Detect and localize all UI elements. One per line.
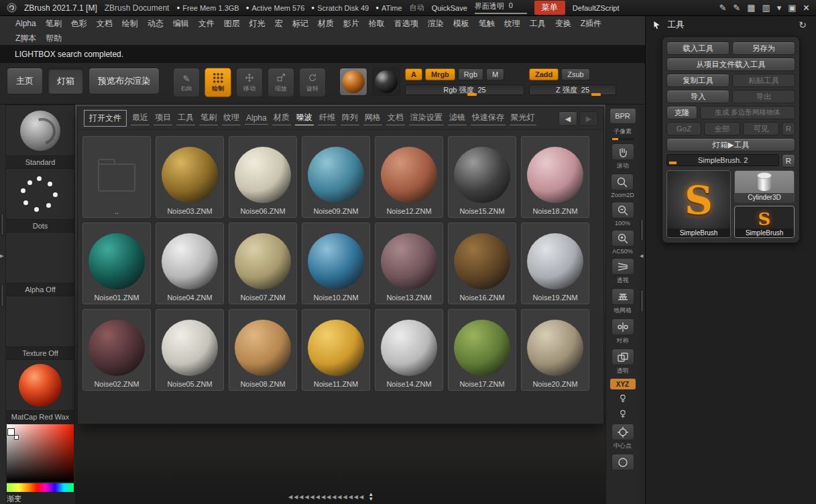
- noise-preset-tile[interactable]: Noise10.ZNM: [302, 223, 370, 304]
- lightbox-tab[interactable]: Alpha: [245, 113, 268, 125]
- goz-r-button[interactable]: R: [782, 122, 795, 135]
- paste-tool-button[interactable]: 粘贴工具: [732, 74, 795, 87]
- zoom2d-button[interactable]: Zoom2D: [611, 174, 634, 198]
- rotate-button[interactable]: 旋转: [299, 68, 326, 97]
- hue-strip[interactable]: [7, 483, 74, 492]
- scroll-chevrons-icon[interactable]: ◀◀◀◀◀◀◀◀◀◀◀◀◀◀: [288, 494, 365, 500]
- noise-preset-tile[interactable]: Noise02.ZNM: [82, 309, 151, 391]
- noise-preset-tile[interactable]: Noise15.ZNM: [448, 136, 516, 218]
- lightbox-tab[interactable]: 打开文件: [84, 110, 127, 127]
- windows-icon[interactable]: ▣: [788, 3, 796, 13]
- menu-item[interactable]: 材质: [313, 18, 339, 29]
- noise-preset-tile[interactable]: Noise17.ZNM: [448, 309, 516, 391]
- menu-item[interactable]: 编辑: [168, 18, 194, 29]
- menu-item[interactable]: 渲染: [423, 18, 449, 29]
- goz-all-button[interactable]: 全部: [704, 122, 740, 135]
- menu-item[interactable]: Alpha: [11, 19, 41, 28]
- noise-preset-tile[interactable]: Noise11.ZNM: [302, 309, 370, 391]
- noise-preset-tile[interactable]: Noise20.ZNM: [521, 309, 589, 391]
- rgb-button[interactable]: Rgb: [458, 68, 483, 80]
- lightbox-tab[interactable]: 网格: [363, 111, 382, 125]
- rgb-intensity-marker[interactable]: [467, 93, 477, 96]
- menu-item[interactable]: 文件: [194, 18, 219, 29]
- symmetry-button[interactable]: 对称: [611, 318, 634, 345]
- lightbox-tab[interactable]: 滤镜: [448, 111, 467, 125]
- import-button[interactable]: 导入: [666, 90, 730, 103]
- actual-size-button[interactable]: 100%: [611, 202, 634, 227]
- lightbox-tab[interactable]: 快速保存: [471, 111, 506, 125]
- material-thumbnail[interactable]: [5, 359, 75, 411]
- pen-pressure-icon[interactable]: ✎: [733, 3, 740, 13]
- canvas-scroll-control[interactable]: ◀◀◀◀◀◀◀◀◀◀◀◀◀◀ ▲▼: [288, 492, 373, 501]
- menu-item[interactable]: 图层: [219, 18, 245, 29]
- z-intensity-marker[interactable]: [591, 93, 601, 96]
- menu-item[interactable]: 变换: [550, 18, 576, 29]
- stroke-thumbnail[interactable]: [5, 168, 75, 220]
- menu-toggle-button[interactable]: 菜单: [534, 1, 565, 15]
- noise-preset-tile[interactable]: Noise13.ZNM: [375, 223, 443, 304]
- collapse-icon[interactable]: ▾: [777, 3, 782, 13]
- home-button[interactable]: 主页: [7, 68, 43, 94]
- menu-item[interactable]: 宏: [270, 18, 288, 29]
- edit-button[interactable]: ✎ Edit: [173, 68, 200, 97]
- menu-item[interactable]: Z插件: [576, 18, 606, 29]
- clone-button[interactable]: 克隆: [666, 106, 697, 119]
- menu-item[interactable]: 动态: [143, 18, 168, 29]
- menu-item[interactable]: 绘制: [117, 18, 143, 29]
- subpixel-slider[interactable]: 子像素: [611, 127, 634, 140]
- subpixel-track[interactable]: [611, 138, 634, 140]
- floor-grid-button[interactable]: 地网格: [611, 288, 634, 315]
- lightbox-prev-button[interactable]: ◀: [559, 111, 577, 126]
- lightbox-tab[interactable]: 纹理: [222, 111, 241, 125]
- right-panel-divider[interactable]: ◀: [639, 105, 645, 504]
- resize-down-icon[interactable]: ▼: [368, 497, 373, 501]
- ui-opacity-slider[interactable]: 界面透明0: [475, 1, 527, 14]
- current-material-swatch[interactable]: [372, 68, 400, 96]
- cylinder3d-tool-thumbnail[interactable]: Cylinder3D: [734, 170, 795, 202]
- divider-handle[interactable]: [640, 290, 644, 312]
- menu-item[interactable]: 首选项: [390, 18, 423, 29]
- lightbox-tab[interactable]: 阵列: [341, 111, 359, 125]
- m-button[interactable]: M: [486, 68, 504, 80]
- load-tool-from-project-button[interactable]: 从项目文件载入工具: [666, 58, 795, 71]
- lightbox-next-button[interactable]: ▶: [579, 111, 598, 126]
- noise-preset-tile[interactable]: Noise08.ZNM: [229, 309, 297, 391]
- divider-arrow-icon[interactable]: ◀: [640, 253, 643, 259]
- lightbox-resize-handle[interactable]: ▲▼: [368, 492, 373, 501]
- ghost-button[interactable]: [618, 393, 628, 405]
- divider-handle[interactable]: [640, 218, 644, 241]
- lightbox-tab[interactable]: 渲染设置: [409, 111, 444, 125]
- frame-center-button[interactable]: 中心点: [611, 424, 634, 450]
- menu-item[interactable]: 笔触: [474, 18, 500, 29]
- left-panel-divider[interactable]: ▶: [0, 105, 5, 504]
- lightbox-to-tool-button[interactable]: 灯箱▶工具: [666, 138, 795, 151]
- secondary-color-swatch[interactable]: [14, 435, 19, 440]
- lightbox-tab[interactable]: 项目: [154, 111, 172, 125]
- goz-visible-button[interactable]: 可见: [743, 122, 779, 135]
- noise-preset-tile[interactable]: Noise16.ZNM: [448, 223, 516, 304]
- mrgb-button[interactable]: Mrgb: [425, 68, 455, 80]
- z-intensity-slider[interactable]: Z 强度 25: [529, 84, 616, 95]
- keyboard-icon[interactable]: ▦: [747, 3, 755, 13]
- menu-item[interactable]: 工具: [525, 18, 550, 29]
- goz-button[interactable]: GoZ: [666, 122, 701, 135]
- rgb-intensity-slider[interactable]: Rgb 强度 25: [405, 84, 524, 95]
- noise-preset-tile[interactable]: Noise05.ZNM: [156, 309, 224, 391]
- lightbox-tab[interactable]: 工具: [176, 111, 195, 125]
- scroll-tool-button[interactable]: 滚动: [611, 143, 634, 170]
- alpha-thumbnail[interactable]: [5, 232, 75, 284]
- menu-item[interactable]: Z脚本: [11, 33, 41, 44]
- noise-preset-tile[interactable]: Noise19.ZNM: [521, 223, 589, 304]
- zadd-button[interactable]: Zadd: [529, 68, 559, 80]
- active-tool-slider[interactable]: SimpleBrush. 2: [666, 154, 779, 166]
- menu-item[interactable]: 帮助: [41, 33, 66, 44]
- lightbox-tab[interactable]: 文档: [386, 111, 405, 125]
- menu-item[interactable]: 文档: [92, 18, 117, 29]
- menu-item[interactable]: 灯光: [245, 18, 270, 29]
- lightbox-tab[interactable]: 最近: [131, 111, 150, 125]
- export-button[interactable]: 导出: [732, 90, 795, 103]
- noise-preset-tile[interactable]: Noise09.ZNM: [302, 136, 370, 218]
- lightbox-parent-folder-tile[interactable]: ..: [82, 136, 151, 218]
- noise-preset-tile[interactable]: Noise07.ZNM: [229, 223, 297, 304]
- transparency-button[interactable]: 透明: [611, 349, 634, 375]
